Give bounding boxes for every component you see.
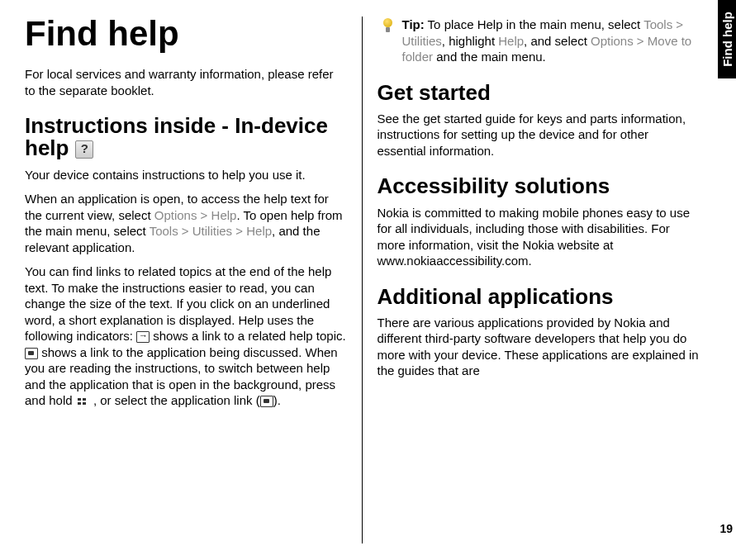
heading-get-started: Get started xyxy=(377,82,700,104)
tip-block: Tip: To place Help in the main menu, sel… xyxy=(377,17,700,65)
separator: > xyxy=(197,208,211,222)
heading-instructions-text: Instructions inside - In-device help xyxy=(25,113,328,160)
column-layout: Find help For local services and warrant… xyxy=(21,17,711,543)
menu-help: Help xyxy=(211,208,237,222)
device-contains-paragraph: Your device contains instructions to hel… xyxy=(25,167,347,183)
menu-tools: Tools xyxy=(150,224,178,238)
get-started-paragraph: See the get started guide for keys and p… xyxy=(377,111,700,159)
separator: > xyxy=(634,34,648,48)
text: , or select the application link ( xyxy=(90,393,260,407)
tip-text: Tip: To place Help in the main menu, sel… xyxy=(402,17,700,65)
separator: > xyxy=(232,224,246,238)
menu-options: Options xyxy=(154,208,197,222)
application-link-icon xyxy=(25,348,38,359)
help-icon xyxy=(75,140,93,159)
menu-help: Help xyxy=(246,224,272,238)
page-number: 19 xyxy=(719,522,733,535)
text: shows a link to a related help topic. xyxy=(150,329,346,343)
menu-utilities: Utilities xyxy=(192,224,232,238)
menu-tools: Tools xyxy=(643,17,672,31)
text: and the main menu. xyxy=(433,50,546,64)
tip-label: Tip: xyxy=(402,17,425,31)
separator: > xyxy=(672,17,683,31)
separator: > xyxy=(178,224,192,238)
find-links-paragraph: You can find links to related topics at … xyxy=(25,263,347,409)
application-link-icon xyxy=(260,396,273,407)
text: , highlight xyxy=(442,34,498,48)
menu-options: Options xyxy=(591,34,634,48)
heading-accessibility: Accessibility solutions xyxy=(377,175,700,197)
heading-additional: Additional applications xyxy=(377,286,700,308)
section-tab: Find help xyxy=(718,0,736,78)
menu-help: Help xyxy=(498,34,524,48)
additional-paragraph: There are various applications provided … xyxy=(377,315,700,379)
left-column: Find help For local services and warrant… xyxy=(21,17,362,543)
right-column: Tip: To place Help in the main menu, sel… xyxy=(362,17,712,543)
menu-key-icon xyxy=(76,396,90,407)
menu-utilities: Utilities xyxy=(402,34,442,48)
lightbulb-icon xyxy=(377,17,399,38)
text: ). xyxy=(273,393,281,407)
page-title: Find help xyxy=(25,17,347,51)
manual-page: Find help 19 Find help For local service… xyxy=(0,0,736,560)
related-topic-icon xyxy=(136,331,150,343)
heading-instructions: Instructions inside - In-device help xyxy=(25,115,347,160)
text: To place Help in the main menu, select xyxy=(425,17,643,31)
access-help-paragraph: When an application is open, to access t… xyxy=(25,191,347,255)
accessibility-paragraph: Nokia is committed to making mobile phon… xyxy=(377,205,700,269)
text: , and select xyxy=(524,34,591,48)
intro-paragraph: For local services and warranty informat… xyxy=(25,66,347,98)
section-tab-label: Find help xyxy=(720,12,734,67)
